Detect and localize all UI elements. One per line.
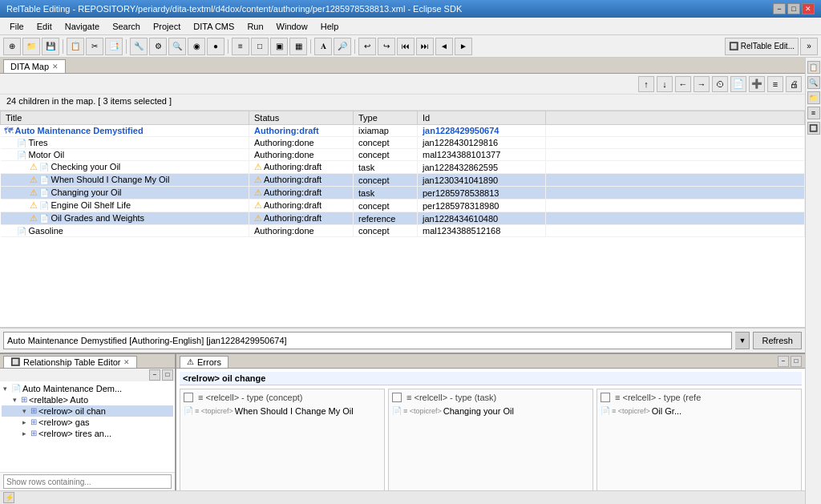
table-row[interactable]: ⚠📄Checking your Oil⚠Authoring:drafttaskj… bbox=[1, 161, 805, 174]
left-panel-min-btn[interactable]: − bbox=[149, 369, 160, 381]
table-row[interactable]: 📄TiresAuthoring:doneconceptjan1228430129… bbox=[1, 137, 805, 149]
status-warn-icon: ⚠ bbox=[254, 162, 262, 171]
close-button[interactable]: ✕ bbox=[802, 3, 815, 14]
toolbar-btn-19[interactable]: ↪ bbox=[378, 38, 395, 55]
dropdown-arrow[interactable]: ▼ bbox=[735, 332, 750, 349]
sidebar-icon-3[interactable]: 📁 bbox=[807, 91, 820, 104]
map-down-btn[interactable]: ↓ bbox=[657, 76, 673, 92]
map-clock-btn[interactable]: ⏲ bbox=[712, 76, 728, 92]
table-row[interactable]: ⚠📄Engine Oil Shelf Life⚠Authoring:draftc… bbox=[1, 200, 805, 212]
sidebar-icon-5[interactable]: 🔲 bbox=[807, 122, 820, 135]
maximize-button[interactable]: □ bbox=[787, 3, 800, 14]
map-left-btn[interactable]: ← bbox=[675, 76, 691, 92]
sidebar-icon-1[interactable]: 📋 bbox=[807, 61, 820, 74]
tree-expand-icon[interactable]: ▸ bbox=[22, 429, 30, 437]
cell-checkbox[interactable] bbox=[184, 393, 193, 402]
cell-checkbox[interactable] bbox=[392, 393, 402, 402]
toolbar-btn-7[interactable]: 🔧 bbox=[130, 38, 148, 55]
right-panel-max-btn[interactable]: □ bbox=[791, 356, 802, 367]
toolbar-btn-4[interactable]: 📋 bbox=[67, 38, 84, 55]
map-list-btn[interactable]: ≡ bbox=[767, 76, 783, 92]
row-id: mal1234388512168 bbox=[418, 225, 546, 237]
table-row[interactable]: ⚠📄When Should I Change My Oil⚠Authoring:… bbox=[1, 174, 805, 187]
rel-cell: ≡ <relcell> - type (task)📄≡ <topicref> C… bbox=[388, 389, 593, 490]
toolbar-btn-rel[interactable]: 🔲 RelTable Edit... bbox=[725, 38, 799, 55]
toolbar-btn-10[interactable]: ◉ bbox=[188, 38, 205, 55]
toolbar-btn-14[interactable]: ▣ bbox=[270, 38, 288, 55]
toolbar-btn-16[interactable]: 𝐀 bbox=[314, 38, 332, 55]
toolbar-btn-extra[interactable]: » bbox=[800, 38, 818, 55]
right-sidebar: 📋 🔍 📁 ≡ 🔲 bbox=[805, 58, 821, 504]
dita-map-tab[interactable]: DITA Map ✕ bbox=[3, 59, 66, 73]
toolbar-btn-20[interactable]: ⏮ bbox=[397, 38, 415, 55]
cell-checkbox[interactable] bbox=[601, 393, 610, 402]
toolbar-btn-22[interactable]: ◄ bbox=[435, 38, 453, 55]
footer-icon[interactable]: ⚡ bbox=[3, 492, 14, 503]
reltable-tab-close[interactable]: ✕ bbox=[123, 358, 130, 366]
errors-tab-label: Errors bbox=[197, 357, 221, 367]
left-tree[interactable]: ▾📄Auto Maintenance Dem...▾⊞<reltable> Au… bbox=[0, 381, 175, 472]
sidebar-icon-4[interactable]: ≡ bbox=[807, 107, 820, 119]
map-add-btn[interactable]: ➕ bbox=[749, 76, 765, 92]
sidebar-icon-2[interactable]: 🔍 bbox=[807, 76, 820, 89]
toolbar-btn-17[interactable]: 🔎 bbox=[334, 38, 351, 55]
col-id[interactable]: Id bbox=[418, 111, 546, 125]
refresh-button[interactable]: Refresh bbox=[753, 332, 802, 349]
col-title[interactable]: Title bbox=[1, 111, 249, 125]
toolbar-btn-23[interactable]: ► bbox=[455, 38, 472, 55]
menu-dita-cms[interactable]: DITA CMS bbox=[187, 20, 241, 33]
left-panel-max-btn[interactable]: □ bbox=[162, 369, 173, 381]
map-print-btn[interactable]: 🖨 bbox=[786, 76, 802, 92]
toolbar-btn-21[interactable]: ⏭ bbox=[416, 38, 434, 55]
tree-expand-icon[interactable]: ▾ bbox=[22, 407, 30, 415]
toolbar-btn-12[interactable]: ≡ bbox=[232, 38, 249, 55]
tree-expand-icon[interactable]: ▾ bbox=[13, 396, 21, 404]
errors-tab[interactable]: ⚠ Errors bbox=[180, 356, 229, 368]
toolbar-btn-3[interactable]: 💾 bbox=[42, 38, 59, 55]
tree-table-container[interactable]: Title Status Type Id 🗺Auto Maintenance D… bbox=[0, 111, 805, 327]
toolbar-btn-9[interactable]: 🔍 bbox=[168, 38, 186, 55]
tree-node[interactable]: ▸⊞<relrow> gas bbox=[2, 417, 173, 428]
table-row[interactable]: 📄Motor OilAuthoring:doneconceptmal123438… bbox=[1, 149, 805, 161]
map-up-btn[interactable]: ↑ bbox=[638, 76, 654, 92]
toolbar-btn-18[interactable]: ↩ bbox=[358, 38, 376, 55]
toolbar-btn-2[interactable]: 📁 bbox=[22, 38, 40, 55]
main-panel: ↑ ↓ ← → ⏲ 📄 ➕ ≡ 🖨 24 children in the map… bbox=[0, 74, 805, 328]
reltable-editor-tab[interactable]: 🔲 Relationship Table Editor ✕ bbox=[3, 356, 137, 368]
rel-cell-item: 📄≡ <topicref> Oil Gr... bbox=[601, 405, 798, 417]
toolbar-btn-6[interactable]: 📑 bbox=[105, 38, 123, 55]
path-input[interactable] bbox=[3, 332, 732, 349]
tree-node[interactable]: ▾📄Auto Maintenance Dem... bbox=[2, 383, 173, 394]
map-doc-btn[interactable]: 📄 bbox=[730, 76, 746, 92]
right-panel-min-btn[interactable]: − bbox=[778, 356, 789, 367]
tree-node[interactable]: ▾⊞<reltable> Auto bbox=[2, 394, 173, 405]
menu-help[interactable]: Help bbox=[314, 20, 346, 33]
tree-node[interactable]: ▸⊞<relrow> tires an... bbox=[2, 428, 173, 439]
tree-node[interactable]: ▾⊞<relrow> oil chan bbox=[2, 405, 173, 417]
table-row[interactable]: 📄GasolineAuthoring:doneconceptmal1234388… bbox=[1, 225, 805, 237]
table-row[interactable]: 🗺Auto Maintenance DemystifiedAuthoring:d… bbox=[1, 125, 805, 137]
tree-expand-icon[interactable]: ▸ bbox=[22, 418, 30, 426]
menu-project[interactable]: Project bbox=[147, 20, 187, 33]
minimize-button[interactable]: − bbox=[773, 3, 786, 14]
table-row[interactable]: ⚠📄Oil Grades and Weights⚠Authoring:draft… bbox=[1, 212, 805, 225]
filter-input[interactable] bbox=[3, 474, 172, 489]
menu-navigate[interactable]: Navigate bbox=[59, 20, 106, 33]
dita-map-tab-close[interactable]: ✕ bbox=[52, 62, 59, 71]
toolbar-btn-5[interactable]: ✂ bbox=[86, 38, 103, 55]
menu-window[interactable]: Window bbox=[270, 20, 314, 33]
col-status[interactable]: Status bbox=[249, 111, 354, 125]
toolbar-btn-13[interactable]: □ bbox=[251, 38, 269, 55]
menu-search[interactable]: Search bbox=[106, 20, 147, 33]
table-row[interactable]: ⚠📄Changing your Oil⚠Authoring:drafttaskp… bbox=[1, 187, 805, 200]
menu-run[interactable]: Run bbox=[241, 20, 269, 33]
tree-expand-icon[interactable]: ▾ bbox=[3, 385, 11, 393]
menu-edit[interactable]: Edit bbox=[30, 20, 59, 33]
toolbar-btn-8[interactable]: ⚙ bbox=[149, 38, 167, 55]
toolbar-btn-1[interactable]: ⊕ bbox=[3, 38, 21, 55]
toolbar-btn-11[interactable]: ● bbox=[207, 38, 224, 55]
map-right-btn[interactable]: → bbox=[694, 76, 710, 92]
col-type[interactable]: Type bbox=[354, 111, 418, 125]
toolbar-btn-15[interactable]: ▦ bbox=[289, 38, 307, 55]
menu-file[interactable]: File bbox=[3, 20, 30, 33]
